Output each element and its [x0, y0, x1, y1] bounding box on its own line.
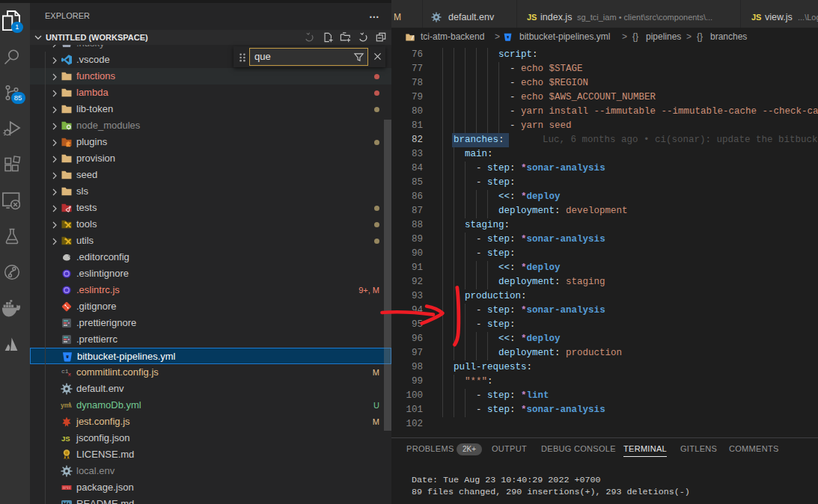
- svg-text:ym: ym: [61, 402, 70, 409]
- svg-text:c1: c1: [61, 368, 69, 375]
- svg-text:JS: JS: [61, 434, 70, 443]
